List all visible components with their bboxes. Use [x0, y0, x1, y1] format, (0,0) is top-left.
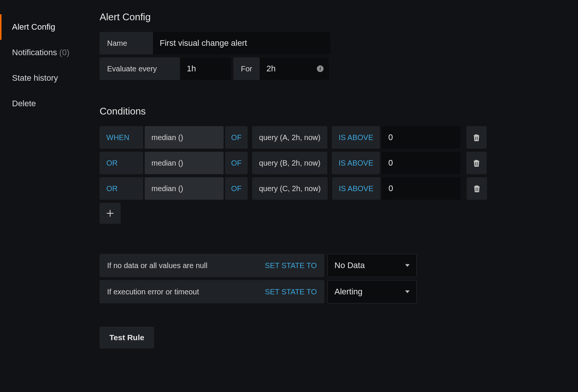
condition-operator[interactable]: OR [100, 177, 143, 200]
exec-error-label-group: If execution error or timeout SET STATE … [100, 280, 324, 303]
delete-condition-button[interactable] [467, 177, 487, 200]
name-label: Name [100, 32, 153, 54]
trash-icon [474, 185, 480, 192]
no-data-row: If no data or all values are null SET ST… [100, 254, 563, 277]
condition-aggregation[interactable]: median () [145, 126, 224, 149]
conditions-title: Conditions [100, 106, 563, 117]
main-content: Alert Config Name Evaluate every For i C… [88, 11, 578, 348]
exec-error-row: If execution error or timeout SET STATE … [100, 280, 563, 303]
exec-error-select[interactable]: Alerting [327, 280, 417, 303]
plus-icon [107, 210, 113, 217]
sidebar: Alert Config Notifications (0) State his… [0, 11, 88, 348]
trash-icon [473, 159, 480, 167]
trash-icon [473, 134, 480, 141]
condition-threshold-input[interactable] [381, 126, 460, 149]
condition-threshold-input[interactable] [382, 177, 461, 200]
sidebar-item-label: State history [12, 73, 58, 83]
name-field-group: Name [100, 32, 330, 54]
sidebar-item-label: Delete [12, 99, 36, 109]
condition-of-keyword: OF [225, 177, 248, 200]
set-state-to-label: SET STATE TO [265, 288, 317, 296]
exec-error-label: If execution error or timeout [107, 288, 199, 296]
condition-row: WHEN median () OF query (A, 2h, now) IS … [100, 126, 563, 149]
evaluate-every-input[interactable] [180, 57, 231, 80]
condition-evaluator[interactable]: IS ABOVE [332, 152, 380, 174]
for-group: For i [233, 57, 329, 80]
exec-error-selected-value: Alerting [334, 287, 363, 297]
sidebar-item-label: Notifications [12, 48, 57, 57]
chevron-down-icon [405, 264, 410, 267]
condition-query[interactable]: query (B, 2h, now) [252, 152, 327, 174]
test-rule-button[interactable]: Test Rule [100, 327, 154, 348]
sidebar-item-alert-config[interactable]: Alert Config [0, 14, 88, 40]
condition-aggregation[interactable]: median () [145, 152, 224, 174]
sidebar-item-notifications[interactable]: Notifications (0) [0, 40, 88, 65]
name-input[interactable] [153, 32, 330, 54]
condition-operator[interactable]: OR [100, 152, 143, 174]
no-data-label: If no data or all values are null [107, 261, 207, 270]
set-state-to-label: SET STATE TO [265, 261, 317, 270]
condition-threshold-input[interactable] [381, 152, 460, 174]
condition-row: OR median () OF query (C, 2h, now) IS AB… [100, 177, 563, 200]
info-icon[interactable]: i [317, 65, 324, 72]
sidebar-item-label: Alert Config [12, 22, 55, 32]
add-condition-button[interactable] [100, 203, 121, 224]
condition-query[interactable]: query (A, 2h, now) [252, 126, 327, 149]
chevron-down-icon [405, 291, 410, 293]
no-data-selected-value: No Data [334, 261, 365, 270]
for-label: For [233, 57, 260, 80]
evaluate-every-group: Evaluate every [100, 57, 231, 80]
condition-evaluator[interactable]: IS ABOVE [332, 126, 380, 149]
condition-aggregation[interactable]: median () [145, 177, 224, 200]
delete-condition-button[interactable] [466, 126, 487, 149]
condition-evaluator[interactable]: IS ABOVE [332, 177, 380, 200]
notifications-count: (0) [59, 48, 70, 57]
condition-query[interactable]: query (C, 2h, now) [252, 177, 328, 200]
condition-row: OR median () OF query (B, 2h, now) IS AB… [100, 152, 563, 174]
sidebar-item-delete[interactable]: Delete [0, 91, 88, 116]
evaluate-every-label: Evaluate every [100, 57, 180, 80]
sidebar-item-state-history[interactable]: State history [0, 65, 88, 91]
condition-of-keyword: OF [225, 152, 248, 174]
no-data-select[interactable]: No Data [327, 254, 417, 277]
condition-operator[interactable]: WHEN [100, 126, 143, 149]
page-title: Alert Config [100, 11, 563, 23]
condition-of-keyword: OF [225, 126, 248, 149]
no-data-label-group: If no data or all values are null SET ST… [100, 254, 324, 277]
delete-condition-button[interactable] [466, 152, 487, 174]
